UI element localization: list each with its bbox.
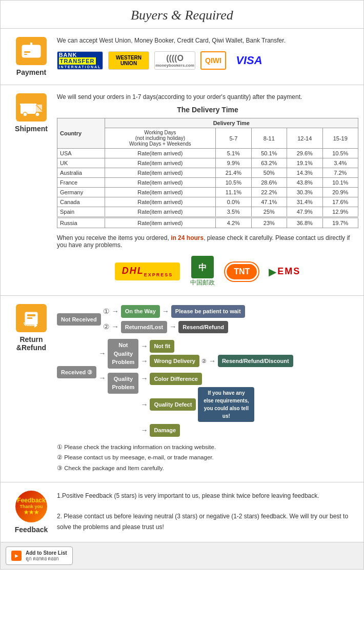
cn-post-logo: 中 中国邮政 xyxy=(190,256,215,287)
row-ca-v1: 0.0% xyxy=(216,197,251,207)
store-label: Add to Store List ดูก ตอกตอ ตออก xyxy=(26,550,67,562)
col-delivery: Delivery Time xyxy=(105,118,358,128)
add-to-store-button[interactable]: ▸ Add to Store List ดูก ตอกตอ ตออก xyxy=(6,547,73,565)
return-icon-svg xyxy=(21,308,42,329)
moneybookers-logo: ((((O moneybookers.com xyxy=(154,51,195,70)
return-icon xyxy=(16,304,47,332)
arrow-right-3: → xyxy=(112,321,119,332)
row-fr-v2: 28.6% xyxy=(251,178,287,188)
return-note-3: ③ Check the package and Item carefully. xyxy=(57,463,358,474)
flow-branch-color: → Color Difference xyxy=(140,373,254,386)
flow-onway-box: On the Way xyxy=(121,305,160,318)
return-content: Not Received ① → On the Way → Please be … xyxy=(57,304,358,474)
arrow-right-4: → xyxy=(169,321,176,332)
flow-not-received-branches: ① → On the Way → Please be patient to wa… xyxy=(103,305,245,333)
row-uk-v1: 9.9% xyxy=(216,158,251,168)
flowchart: Not Received ① → On the Way → Please be … xyxy=(57,304,358,474)
shipment-icon xyxy=(16,93,47,122)
arrow-right-12: → xyxy=(140,425,148,436)
feedback-label: Feedback xyxy=(15,525,48,534)
circle-2-1: ② xyxy=(103,321,110,332)
flow-branch-defect: → Quality Defect If you have any else re… xyxy=(140,387,254,422)
flow-quality-sub: → Color Difference → Quality Defect If y… xyxy=(140,373,254,437)
cn-post-icon: 中 xyxy=(191,256,214,278)
payment-label: Payment xyxy=(16,68,46,76)
shipment-label: Shipment xyxy=(15,125,48,133)
flow-branch-returned: ② → Returned/Lost → Resend/Refund xyxy=(103,321,245,334)
flow-branch-onway: ① → On the Way → Please be patient to wa… xyxy=(103,305,245,318)
payment-description: We can accept West Union, Money Booker, … xyxy=(57,37,358,44)
check-note: When you receive the items you ordered, … xyxy=(57,234,358,249)
circle3: ③ xyxy=(87,369,92,375)
flow-not-received-box-wrap: Not Received xyxy=(57,304,101,335)
svg-point-10 xyxy=(23,112,27,116)
row-ru-v2: 23% xyxy=(251,217,287,228)
shipment-section: Shipment We will send your orders in 1-7… xyxy=(1,85,363,296)
flow-not-received-row: Not Received ① → On the Way → Please be … xyxy=(57,304,358,335)
row-fr-v3: 43.8% xyxy=(287,178,322,188)
page-title: Buyers & Required xyxy=(1,8,363,23)
row-usa-v1: 5.1% xyxy=(216,149,251,158)
row-aus-v4: 7.2% xyxy=(322,168,358,178)
svg-text:中: 中 xyxy=(198,263,207,272)
row-de-v1: 11.1% xyxy=(216,188,251,197)
flow-branch-quality: → Quality Problem → Color Difference → Q… xyxy=(98,373,293,437)
delivery-table: Country Delivery Time Working Days(not i… xyxy=(57,118,358,228)
tnt-logo: TNT xyxy=(225,262,258,281)
arrow-right-2: → xyxy=(162,306,169,317)
bottom-bar: ▸ Add to Store List ดูก ตอกตอ ตออก xyxy=(1,542,363,570)
feedback-section: Feedback Thank you ★★★ Feedback 1.Positi… xyxy=(1,482,363,542)
feedback-stars: ★★★ xyxy=(24,509,39,516)
feedback-icon-area: Feedback Thank you ★★★ Feedback xyxy=(6,491,57,534)
feedback-icon-sub: Thank you xyxy=(19,504,43,509)
row-de-v4: 20.9% xyxy=(322,188,358,197)
col-range1: Working Days(not including holiday)Worki… xyxy=(105,128,216,149)
col-range3: 8-11 xyxy=(251,128,287,149)
flow-branch-damage: → Damage xyxy=(140,424,254,437)
store-add-text: Add to Store List xyxy=(26,550,67,556)
flow-resend-box: Resend/Refund xyxy=(178,321,228,334)
return-note-2: ② Please contact us by meesage, e-mail, … xyxy=(57,452,358,463)
return-icon-area: Return &Refund xyxy=(6,304,57,352)
shipment-top: Shipment We will send your orders in 1-7… xyxy=(6,93,358,287)
flow-notquality-box: Not Quality Problem xyxy=(108,339,138,369)
dhl-logo: DHLEXPRESS xyxy=(115,262,180,280)
row-de-label: Rate(item arrived) xyxy=(105,188,216,197)
svg-rect-12 xyxy=(20,104,36,105)
row-ca-v4: 17.6% xyxy=(322,197,358,207)
arrow-right-10: → xyxy=(140,373,148,384)
flow-wrong-box: Wrong Delivery xyxy=(150,355,199,368)
arrow-right-6: → xyxy=(140,341,148,352)
row-ru-label: Rate(item arrived) xyxy=(105,217,216,228)
flow-branch-notquality: → Not Quality Problem → Not fit → Wrong … xyxy=(98,339,293,369)
flow-received-box-wrap: Received ③ xyxy=(57,339,96,406)
table-row: Spain Rate(item arrived) 3.5% 25% 47.9% … xyxy=(57,207,358,218)
arrow-right-8: → xyxy=(209,356,216,367)
col-range2: 5-7 xyxy=(216,128,251,149)
table-row: Russia Rate(item arrived) 4.2% 23% 36.8%… xyxy=(57,217,358,228)
row-ca-country: Canada xyxy=(57,197,105,207)
feedback-icon: Feedback Thank you ★★★ xyxy=(15,491,47,522)
row-es-v2: 25% xyxy=(251,207,287,218)
flow-quality-box: Quality Problem xyxy=(108,373,138,394)
col-country: Country xyxy=(57,118,105,149)
flow-not-received-box: Not Received xyxy=(57,313,101,326)
store-sub-text: ดูก ตอกตอ ตออก xyxy=(26,556,67,562)
row-uk-label: Rate(item arrived) xyxy=(105,158,216,168)
bank-transfer-logo: BANK TRANSFERINTERNATIONAL xyxy=(57,51,103,70)
table-row: UK Rate(item arrived) 9.9% 63.2% 19.1% 3… xyxy=(57,158,358,168)
flow-returned-box: Returned/Lost xyxy=(121,321,168,334)
row-aus-country: Australia xyxy=(57,168,105,178)
flow-defect-box: Quality Defect xyxy=(150,398,196,411)
western-union-logo: WESTERNUNION xyxy=(108,51,149,70)
row-fr-label: Rate(item arrived) xyxy=(105,178,216,188)
svg-rect-4 xyxy=(24,54,27,55)
row-es-v1: 3.5% xyxy=(216,207,251,218)
shipment-content: We will send your orders in 1-7 days(acc… xyxy=(57,93,358,287)
check-note-text: When you receive the items you ordered, xyxy=(57,234,171,241)
row-usa-label: Rate(item arrived) xyxy=(105,149,216,158)
payment-section: Payment We can accept West Union, Money … xyxy=(1,29,363,85)
arrow-right-9: → xyxy=(98,373,106,383)
row-de-country: Germany xyxy=(57,188,105,197)
svg-rect-17 xyxy=(27,317,32,319)
